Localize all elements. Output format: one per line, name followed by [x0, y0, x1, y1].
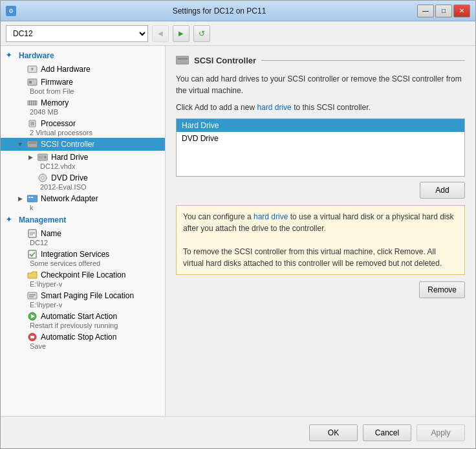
sidebar-item-integration-services[interactable]: Integration Services Some services offer…	[1, 248, 165, 268]
main-panel: SCSI Controller You can add hard drives …	[166, 46, 475, 416]
svg-rect-19	[28, 197, 30, 198]
description-text-1: You can add hard drives to your SCSI con…	[176, 73, 465, 96]
dvd-drive-label: DVD Drive	[51, 173, 88, 182]
memory-label: Memory	[41, 98, 69, 107]
toolbar: DC12 ◀ ▶ ↺	[1, 21, 475, 46]
cancel-button[interactable]: Cancel	[363, 424, 411, 441]
sidebar-item-processor[interactable]: Processor 2 Virtual processors	[1, 117, 165, 138]
add-button-row: Add	[176, 182, 465, 199]
svg-text:+: +	[30, 66, 34, 72]
dvd-drive-sublabel: 2012-Eval.ISO	[40, 183, 160, 191]
svg-rect-28	[29, 296, 34, 298]
svg-rect-33	[176, 56, 189, 64]
scsi-controller-label: SCSI Controller	[41, 140, 94, 149]
auto-start-icon	[27, 311, 38, 322]
svg-rect-27	[29, 294, 36, 296]
sidebar-item-auto-stop[interactable]: Automatic Stop Action Save	[1, 331, 165, 351]
network-icon	[27, 193, 38, 204]
add-button[interactable]: Add	[420, 182, 465, 199]
svg-rect-26	[28, 292, 37, 299]
expander-auto-start	[16, 312, 24, 320]
sidebar-item-firmware[interactable]: Firmware Boot from File	[1, 76, 165, 96]
management-section-header[interactable]: ✦ Management	[1, 213, 165, 227]
svg-rect-5	[29, 100, 30, 105]
apply-button[interactable]: Apply	[416, 424, 465, 441]
vm-select[interactable]: DC12	[6, 25, 148, 42]
svg-rect-15	[38, 156, 43, 159]
integration-services-label: Integration Services	[41, 250, 109, 259]
nav-forward-icon: ▶	[178, 30, 184, 37]
expander-firmware	[16, 78, 24, 86]
expander-dvd	[27, 174, 34, 182]
title-bar: ⚙ Settings for DC12 on PC11 — □ ✕	[1, 1, 475, 21]
main-window: ⚙ Settings for DC12 on PC11 — □ ✕ DC12 ◀…	[0, 0, 476, 449]
sidebar-item-scsi-controller[interactable]: ▼ SCSI Controller	[1, 138, 165, 151]
sidebar-item-auto-start[interactable]: Automatic Start Action Restart if previo…	[1, 310, 165, 331]
sidebar-item-network-adapter[interactable]: ▶ Network Adapter k	[1, 192, 165, 213]
ok-button[interactable]: OK	[309, 424, 358, 441]
hard-drive-sublabel: DC12.vhdx	[40, 162, 160, 170]
nav-forward-button[interactable]: ▶	[173, 25, 189, 42]
sidebar-item-memory[interactable]: Memory 2048 MB	[1, 96, 165, 117]
sidebar: ✦ Hardware + Add Hardware	[1, 46, 166, 416]
drive-list-item-dvd-drive[interactable]: DVD Drive	[177, 132, 464, 145]
expander-auto-stop	[16, 333, 24, 341]
link-hard-drive: hard drive	[257, 103, 291, 112]
integration-sublabel: Some services offered	[30, 259, 160, 267]
bottom-bar: OK Cancel Apply	[1, 416, 475, 448]
name-sublabel: DC12	[30, 239, 160, 246]
hardware-section-header[interactable]: ✦ Hardware	[1, 49, 165, 63]
minimize-button[interactable]: —	[417, 5, 434, 17]
link-hard-drive-2: hard drive	[254, 212, 288, 221]
svg-rect-7	[33, 100, 34, 105]
content-area: ✦ Hardware + Add Hardware	[1, 46, 475, 416]
firmware-label: Firmware	[41, 78, 73, 87]
auto-stop-label: Automatic Stop Action	[41, 333, 116, 342]
name-label: Name	[41, 229, 61, 238]
panel-title-line	[261, 60, 465, 61]
smart-paging-icon	[27, 290, 38, 301]
sidebar-item-dvd-drive[interactable]: DVD Drive 2012-Eval.ISO	[1, 171, 165, 192]
panel-title-text: SCSI Controller	[194, 56, 256, 65]
svg-rect-6	[31, 100, 32, 105]
memory-icon	[27, 98, 38, 108]
panel-title-icon	[176, 54, 189, 67]
remove-button-row: Remove	[176, 281, 465, 298]
svg-rect-34	[177, 58, 188, 60]
info-text-2: To remove the SCSI controller from this …	[183, 246, 458, 269]
restore-button[interactable]: □	[435, 5, 452, 17]
panel-title-row: SCSI Controller	[176, 54, 465, 67]
auto-stop-icon	[27, 332, 38, 342]
title-bar-controls: — □ ✕	[417, 5, 470, 17]
name-icon	[27, 228, 38, 239]
sidebar-item-hard-drive[interactable]: ▶ Hard Drive DC12.vhdx	[1, 151, 165, 171]
checkpoint-sublabel: E:\hyper-v	[30, 280, 160, 288]
svg-rect-8	[35, 100, 36, 105]
close-button[interactable]: ✕	[453, 5, 470, 17]
svg-rect-18	[27, 195, 38, 202]
nav-back-button[interactable]: ◀	[152, 25, 169, 42]
expander-checkpoint	[16, 271, 24, 279]
sidebar-item-name[interactable]: Name DC12	[1, 227, 165, 248]
remove-button[interactable]: Remove	[419, 281, 465, 298]
firmware-icon	[27, 77, 38, 87]
sidebar-item-add-hardware[interactable]: + Add Hardware	[1, 63, 165, 76]
nav-refresh-button[interactable]: ↺	[193, 25, 210, 42]
hardware-section-label: Hardware	[19, 51, 54, 60]
drive-list[interactable]: Hard Drive DVD Drive	[176, 118, 465, 177]
drive-list-item-hard-drive[interactable]: Hard Drive	[177, 119, 464, 132]
management-section-label: Management	[19, 215, 66, 224]
management-section-icon: ✦	[6, 215, 15, 224]
svg-rect-11	[27, 141, 38, 148]
firmware-sublabel: Boot from File	[30, 87, 160, 95]
description-text-2: Click Add to add a new hard drive to thi…	[176, 102, 465, 113]
network-adapter-label: Network Adapter	[41, 194, 98, 203]
processor-label: Processor	[41, 119, 76, 128]
svg-point-17	[41, 177, 44, 179]
svg-rect-3	[29, 81, 32, 83]
hardware-section-icon: ✦	[6, 51, 15, 60]
integration-icon	[27, 249, 38, 259]
sidebar-item-smart-paging[interactable]: Smart Paging File Location E:\hyper-v	[1, 289, 165, 310]
sidebar-item-checkpoint[interactable]: Checkpoint File Location E:\hyper-v	[1, 268, 165, 289]
expander-smart-paging	[16, 292, 24, 300]
